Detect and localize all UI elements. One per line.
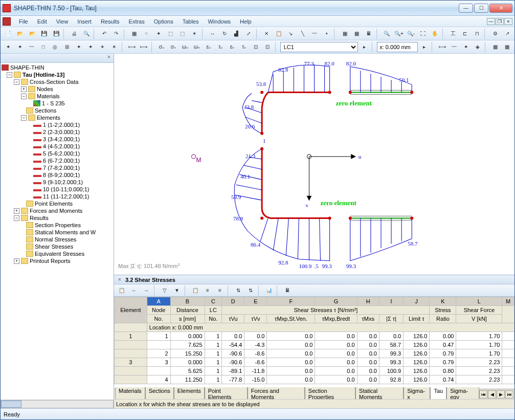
tool-c-icon[interactable]: ⊓: [472, 28, 482, 39]
navigator-tree[interactable]: SHAPE-THIN −Tau [Hotline-13] −Cross-Sect…: [1, 63, 114, 400]
x-location-input[interactable]: [377, 42, 418, 52]
rs3-icon[interactable]: ✦: [460, 41, 471, 53]
tree-materials[interactable]: Materials: [37, 93, 60, 99]
loadcase-select[interactable]: LC1: [280, 42, 359, 52]
tb-next-icon[interactable]: →: [141, 285, 152, 296]
scale-icon[interactable]: ⤢: [243, 28, 254, 39]
preview-icon[interactable]: 🔍: [81, 28, 92, 39]
rs2-icon[interactable]: 〰: [449, 41, 459, 53]
tb-sort1-icon[interactable]: ⇅: [233, 285, 244, 296]
sv8-icon[interactable]: ✦: [85, 41, 96, 53]
st8-icon[interactable]: τᵤ: [215, 41, 226, 53]
st5-icon[interactable]: ωᵤ: [180, 41, 190, 53]
st6-icon[interactable]: ωᵥ: [191, 41, 202, 53]
table-row[interactable]: 7.6251-54.4-4.30.00.00.058.7126.00.471.7…: [115, 341, 514, 349]
table1-icon[interactable]: ▦: [339, 28, 350, 39]
tree-cross-section[interactable]: Cross-Section Data: [30, 79, 78, 85]
sv7-icon[interactable]: ✦: [73, 41, 84, 53]
x-go-icon[interactable]: ▸: [419, 41, 430, 53]
menu-file[interactable]: File: [15, 17, 32, 26]
sv6-icon[interactable]: ⊞: [61, 41, 72, 53]
sv5-icon[interactable]: ◎: [50, 41, 60, 53]
tab-last-icon[interactable]: ⏭: [505, 390, 513, 399]
table-row[interactable]: 411.2501-77.8-15.00.00.00.092.8126.00.74…: [115, 375, 514, 384]
minimize-button[interactable]: —: [459, 4, 473, 13]
menu-edit[interactable]: Edit: [33, 17, 51, 26]
tb-filter2-icon[interactable]: ▼: [171, 285, 183, 296]
tree-element-10[interactable]: 11 (11-12;2.000;1): [43, 193, 89, 200]
tree-element-5[interactable]: 6 (6-7;2.000;1): [43, 158, 80, 164]
sv9-icon[interactable]: ✶: [97, 41, 108, 53]
saveall-icon[interactable]: 💾: [51, 28, 61, 39]
new-icon[interactable]: 📄: [3, 28, 13, 39]
tree-point-elements[interactable]: Point Elements: [35, 201, 73, 207]
st2-icon[interactable]: ⟼: [138, 41, 149, 53]
tree-result-1[interactable]: Statical Moments and W: [35, 229, 96, 235]
tab-prev-icon[interactable]: ◀: [488, 390, 496, 399]
dots-icon[interactable]: ⁘: [141, 28, 151, 39]
table-row[interactable]: 215.2501-90.6-8.60.00.00.099.3126.00.791…: [115, 349, 514, 358]
tree-result-0[interactable]: Section Properties: [35, 222, 81, 228]
dim-icon[interactable]: ↘: [285, 28, 296, 39]
st12-icon[interactable]: ⊡: [262, 41, 273, 53]
mirror-icon[interactable]: ▟: [231, 28, 242, 39]
titlebar[interactable]: SHAPE-THIN 7.50 - [Tau, Tau] — ☐ ✕: [1, 1, 514, 16]
zoomin-icon[interactable]: 🔍+: [393, 28, 404, 39]
rs1-icon[interactable]: ⟼: [437, 41, 447, 53]
menu-options[interactable]: Options: [150, 17, 177, 26]
line-icon[interactable]: ╲: [297, 28, 308, 39]
snap2-icon[interactable]: ⬚: [177, 28, 188, 39]
tab-first-icon[interactable]: ⏮: [479, 390, 487, 399]
tree-result-3[interactable]: Shear Stresses: [35, 244, 73, 250]
st9-icon[interactable]: εᵥ: [227, 41, 238, 53]
tree-sections[interactable]: Sections: [35, 107, 56, 114]
sv4-icon[interactable]: □: [38, 41, 49, 53]
table-row[interactable]: 5.6251-89.1-11.80.00.00.0100.9126.00.802…: [115, 367, 514, 375]
st1-icon[interactable]: ⟼: [126, 41, 137, 53]
graphics-canvas[interactable]: u v M zero element zero element 82.0 77.…: [114, 54, 514, 275]
table2-icon[interactable]: ▦: [351, 28, 362, 39]
mdi-minimize[interactable]: —: [487, 18, 495, 25]
tree-results[interactable]: Results: [30, 215, 49, 221]
zoomfit-icon[interactable]: ⛶: [417, 28, 428, 39]
undo-icon[interactable]: ↶: [99, 28, 109, 39]
pt-icon[interactable]: •: [321, 28, 332, 39]
table-close-icon[interactable]: ×: [116, 276, 123, 283]
del-icon[interactable]: ✕: [261, 28, 272, 39]
tb-calc-icon[interactable]: 🖩: [282, 285, 293, 296]
tree-element-8[interactable]: 9 (9-10;2.000;1): [43, 179, 83, 185]
tab-next-icon[interactable]: ▶: [497, 390, 505, 399]
calc-icon[interactable]: 🖩: [363, 28, 374, 39]
st3-icon[interactable]: σᵤ: [156, 41, 167, 53]
tree-nodes[interactable]: Nodes: [37, 86, 53, 92]
snap1-icon[interactable]: ⬚: [165, 28, 175, 39]
st4-icon[interactable]: σᵥ: [168, 41, 178, 53]
pan-icon[interactable]: ✋: [430, 28, 440, 39]
rs6-icon[interactable]: ▦: [502, 41, 512, 53]
st10-icon[interactable]: τᵥ: [239, 41, 250, 53]
tree-element-4[interactable]: 5 (5-6;2.000;1): [43, 150, 80, 157]
tree-element-7[interactable]: 8 (8-9;2.000;1): [43, 172, 80, 178]
tool-a-icon[interactable]: 工: [447, 28, 458, 39]
find-icon[interactable]: 🔍: [382, 28, 392, 39]
tree-root[interactable]: SHAPE-THIN: [10, 64, 44, 71]
rs4-icon[interactable]: ◈: [472, 41, 483, 53]
lc-play-icon[interactable]: ▸: [359, 41, 370, 53]
tree-model[interactable]: Tau [Hotline-13]: [23, 72, 64, 78]
save-icon[interactable]: 💾: [38, 28, 49, 39]
tb-copy-icon[interactable]: 📋: [190, 285, 201, 296]
redo-icon[interactable]: ↷: [111, 28, 122, 39]
tb-filter1-icon[interactable]: ▽: [159, 285, 170, 296]
close-button[interactable]: ✕: [489, 4, 512, 13]
curve-icon[interactable]: 〰: [309, 28, 320, 39]
tree-result-2[interactable]: Normal Stresses: [35, 236, 76, 242]
tb-sort2-icon[interactable]: ⇅: [245, 285, 256, 296]
tree-element-9[interactable]: 10 (10-11;0.000;1): [43, 186, 89, 192]
table-row[interactable]: 330.0001-90.6-8.60.00.00.099.3126.00.792…: [115, 358, 514, 367]
sv3-icon[interactable]: 〰: [26, 41, 37, 53]
tree-elements[interactable]: Elements: [37, 115, 60, 121]
st7-icon[interactable]: εᵤ: [204, 41, 214, 53]
tree-material-1[interactable]: 1 - S 235: [42, 100, 65, 106]
menu-insert[interactable]: Insert: [73, 17, 96, 26]
navigator-hscroll[interactable]: [1, 400, 114, 408]
